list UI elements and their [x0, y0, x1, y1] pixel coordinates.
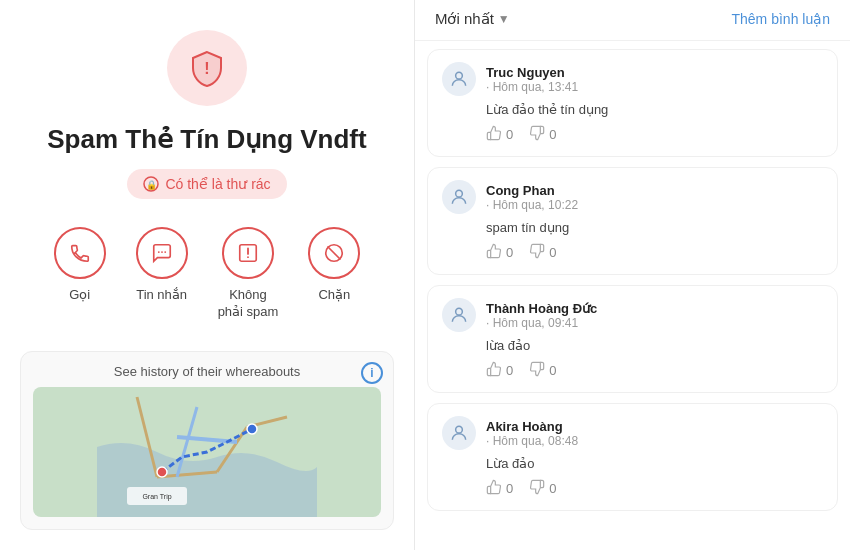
svg-point-3	[158, 251, 160, 253]
not-spam-label: Khôngphải spam	[218, 287, 279, 321]
comment-time: · Hôm qua, 10:22	[486, 198, 578, 212]
dislike-button[interactable]: 0	[529, 479, 556, 498]
comment-card: Truc Nguyen · Hôm qua, 13:41 Lừa đảo thẻ…	[427, 49, 838, 157]
phone-title: Spam Thẻ Tín Dụng Vndft	[47, 124, 366, 155]
call-icon	[69, 242, 91, 264]
thumbs-down-icon	[529, 243, 545, 262]
comment-meta: Truc Nguyen · Hôm qua, 13:41	[486, 65, 578, 94]
action-block[interactable]: Chặn	[308, 227, 360, 321]
sort-button[interactable]: Mới nhất ▼	[435, 10, 510, 28]
dislike-button[interactable]: 0	[529, 243, 556, 262]
like-button[interactable]: 0	[486, 479, 513, 498]
svg-text:Gran Trip: Gran Trip	[142, 493, 171, 501]
comment-meta: Cong Phan · Hôm qua, 10:22	[486, 183, 578, 212]
comment-time: · Hôm qua, 09:41	[486, 316, 597, 330]
map-info-button[interactable]: i	[361, 362, 383, 384]
avatar	[442, 298, 476, 332]
message-icon-circle	[136, 227, 188, 279]
comment-header: Cong Phan · Hôm qua, 10:22	[442, 180, 823, 214]
avatar	[442, 180, 476, 214]
comment-actions: 0 0	[486, 479, 823, 498]
add-comment-button[interactable]: Thêm bình luận	[732, 11, 831, 27]
dislike-count: 0	[549, 127, 556, 142]
thumbs-down-svg	[529, 479, 545, 495]
lock-icon: 🔒	[143, 176, 159, 192]
left-panel: ! Spam Thẻ Tín Dụng Vndft 🔒 Có thể là th…	[0, 0, 415, 550]
comment-time: · Hôm qua, 13:41	[486, 80, 578, 94]
not-spam-icon	[237, 242, 259, 264]
thumbs-up-svg	[486, 479, 502, 495]
map-svg: Gran Trip	[33, 387, 381, 517]
comment-card: Cong Phan · Hôm qua, 10:22 spam tín dụng…	[427, 167, 838, 275]
comment-meta: Thành Hoàng Đức · Hôm qua, 09:41	[486, 301, 597, 330]
right-header: Mới nhất ▼ Thêm bình luận	[415, 10, 850, 41]
message-label: Tin nhắn	[136, 287, 187, 304]
call-icon-circle	[54, 227, 106, 279]
comment-header: Truc Nguyen · Hôm qua, 13:41	[442, 62, 823, 96]
svg-point-5	[164, 251, 166, 253]
call-label: Gọi	[69, 287, 90, 304]
like-button[interactable]: 0	[486, 243, 513, 262]
comment-text: lừa đảo	[486, 338, 823, 353]
map-card: See history of their whereabouts i	[20, 351, 394, 530]
thumbs-up-svg	[486, 361, 502, 377]
thumbs-up-svg	[486, 243, 502, 259]
like-button[interactable]: 0	[486, 125, 513, 144]
svg-point-22	[456, 72, 463, 79]
svg-line-10	[328, 247, 341, 260]
like-button[interactable]: 0	[486, 361, 513, 380]
svg-point-8	[247, 256, 249, 258]
like-count: 0	[506, 127, 513, 142]
avatar	[442, 416, 476, 450]
not-spam-icon-circle	[222, 227, 274, 279]
dislike-button[interactable]: 0	[529, 361, 556, 380]
user-icon	[449, 305, 469, 325]
shield-icon: !	[187, 48, 227, 88]
comment-text: Lừa đảo thẻ tín dụng	[486, 102, 823, 117]
thumbs-down-svg	[529, 125, 545, 141]
like-count: 0	[506, 245, 513, 260]
thumbs-up-icon	[486, 479, 502, 498]
comment-actions: 0 0	[486, 361, 823, 380]
thumbs-down-icon	[529, 125, 545, 144]
thumbs-down-icon	[529, 361, 545, 380]
dislike-button[interactable]: 0	[529, 125, 556, 144]
comment-author: Thành Hoàng Đức	[486, 301, 597, 316]
thumbs-down-svg	[529, 243, 545, 259]
spam-badge-text: Có thể là thư rác	[165, 176, 270, 192]
comments-list: Truc Nguyen · Hôm qua, 13:41 Lừa đảo thẻ…	[415, 41, 850, 550]
thumbs-up-icon	[486, 243, 502, 262]
sort-label: Mới nhất	[435, 10, 494, 28]
shield-circle: !	[167, 30, 247, 106]
block-label: Chặn	[318, 287, 350, 304]
sort-arrow-icon: ▼	[498, 12, 510, 26]
right-panel: Mới nhất ▼ Thêm bình luận Truc Nguyen · …	[415, 0, 850, 550]
comment-text: spam tín dụng	[486, 220, 823, 235]
dislike-count: 0	[549, 481, 556, 496]
user-icon	[449, 69, 469, 89]
user-icon	[449, 187, 469, 207]
svg-point-19	[247, 424, 257, 434]
action-message[interactable]: Tin nhắn	[136, 227, 188, 321]
spam-badge: 🔒 Có thể là thư rác	[127, 169, 286, 199]
comment-author: Cong Phan	[486, 183, 578, 198]
svg-point-23	[456, 190, 463, 197]
like-count: 0	[506, 481, 513, 496]
block-icon-circle	[308, 227, 360, 279]
action-call[interactable]: Gọi	[54, 227, 106, 321]
action-not-spam[interactable]: Khôngphải spam	[218, 227, 279, 321]
svg-text:!: !	[204, 60, 209, 77]
svg-point-4	[161, 251, 163, 253]
comment-card: Thành Hoàng Đức · Hôm qua, 09:41 lừa đảo…	[427, 285, 838, 393]
comment-actions: 0 0	[486, 125, 823, 144]
svg-point-24	[456, 308, 463, 315]
user-icon	[449, 423, 469, 443]
thumbs-down-svg	[529, 361, 545, 377]
map-card-title: See history of their whereabouts	[33, 364, 381, 379]
block-icon	[323, 242, 345, 264]
thumbs-up-svg	[486, 125, 502, 141]
avatar	[442, 62, 476, 96]
map-placeholder: Gran Trip	[33, 387, 381, 517]
comment-author: Truc Nguyen	[486, 65, 578, 80]
comment-card: Akira Hoàng · Hôm qua, 08:48 Lừa đảo 0	[427, 403, 838, 511]
